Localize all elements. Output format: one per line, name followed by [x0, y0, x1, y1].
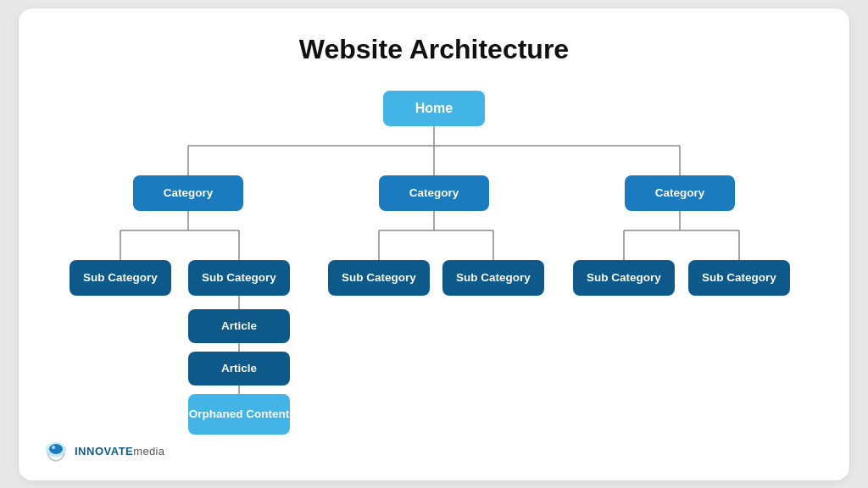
home-node: Home [383, 91, 485, 126]
sub2a-node: Sub Category [328, 260, 430, 296]
tree-diagram: Home Category Category Category Sub Cate… [53, 91, 815, 455]
cat1-node: Category [133, 175, 243, 211]
orphaned-node: Orphaned Content [188, 394, 290, 435]
page-title: Website Architecture [53, 34, 815, 65]
sub2b-node: Sub Category [442, 260, 544, 296]
logo-icon [42, 438, 70, 465]
logo-brand-light: media [133, 445, 164, 458]
logo-brand-bold: INNOVATE [75, 445, 133, 458]
main-card: Website Architecture [19, 8, 849, 480]
svg-point-23 [52, 446, 55, 449]
sub1b-node: Sub Category [188, 260, 290, 296]
cat3-node: Category [625, 175, 735, 211]
article2-node: Article [188, 352, 290, 385]
article1-node: Article [188, 309, 290, 343]
sub3b-node: Sub Category [688, 260, 790, 296]
sub1a-node: Sub Category [70, 260, 171, 296]
cat2-node: Category [379, 175, 489, 211]
logo: INNOVATE media [42, 438, 164, 465]
svg-point-22 [49, 444, 63, 454]
sub3a-node: Sub Category [573, 260, 675, 296]
logo-text: INNOVATE media [75, 445, 164, 458]
